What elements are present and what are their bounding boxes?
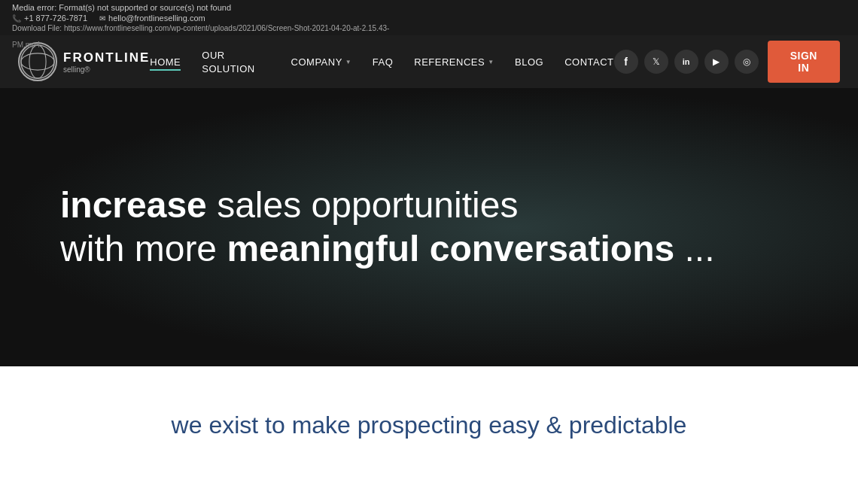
hero-line2: with more meaningful conversations ...	[60, 227, 798, 271]
below-hero-text: we exist to make prospecting easy & pred…	[172, 411, 687, 439]
nav-link-our-solution[interactable]: OUR SOLUTION	[202, 50, 254, 74]
hero-line2-end: ...	[674, 229, 714, 269]
media-error-text: Media error: Format(s) not supported or …	[12, 3, 846, 12]
company-dropdown-icon: ▼	[345, 59, 351, 65]
hero-bold-word: increase	[60, 185, 207, 225]
file-tag: PM.mp4	[12, 41, 40, 49]
nav-link-contact[interactable]: CONTACT	[564, 56, 613, 68]
nav-item-our-solution[interactable]: OUR SOLUTION	[202, 48, 269, 75]
logo-subtext: selling®	[63, 65, 150, 74]
nav-links: HOME OUR SOLUTION COMPANY ▼ FAQ REFERENC…	[150, 48, 613, 75]
social-icons: f 𝕏 in ▶ ◎	[614, 50, 759, 74]
hero-line1-rest: sales opportunities	[207, 185, 519, 225]
nav-link-home[interactable]: HOME	[150, 56, 181, 71]
navbar: FRONTLINE selling® HOME OUR SOLUTION COM…	[0, 35, 858, 88]
top-bar: Media error: Format(s) not supported or …	[0, 0, 858, 35]
sign-in-button[interactable]: SIGN IN	[768, 41, 840, 83]
instagram-icon[interactable]: ◎	[735, 50, 759, 74]
svg-point-2	[21, 53, 54, 70]
hero-section: increase sales opportunities with more m…	[0, 88, 858, 366]
nav-link-references[interactable]: REFERENCES	[414, 56, 485, 68]
svg-point-0	[21, 45, 54, 78]
hero-line1: increase sales opportunities	[60, 184, 798, 227]
nav-item-company[interactable]: COMPANY ▼	[291, 56, 351, 68]
twitter-icon[interactable]: 𝕏	[644, 50, 668, 74]
nav-item-references[interactable]: REFERENCES ▼	[414, 56, 494, 68]
hero-content: increase sales opportunities with more m…	[60, 184, 798, 270]
navbar-right: f 𝕏 in ▶ ◎ SIGN IN	[614, 41, 840, 83]
nav-link-blog[interactable]: BLOG	[515, 56, 543, 68]
logo-text: FRONTLINE	[63, 50, 150, 65]
linkedin-icon[interactable]: in	[674, 50, 698, 74]
nav-item-faq[interactable]: FAQ	[373, 55, 394, 68]
nav-item-contact[interactable]: CONTACT	[564, 55, 613, 68]
hero-bold-phrase: meaningful conversations	[227, 229, 674, 269]
hero-line2-start: with more	[60, 229, 227, 269]
email-address[interactable]: hello@frontlineselling.com	[99, 14, 205, 23]
references-dropdown-icon: ▼	[488, 59, 494, 65]
nav-link-company[interactable]: COMPANY	[291, 56, 342, 68]
phone-number[interactable]: +1 877-726-7871	[12, 14, 87, 23]
nav-link-faq[interactable]: FAQ	[373, 56, 394, 68]
nav-item-home[interactable]: HOME	[150, 55, 181, 68]
facebook-icon[interactable]: f	[614, 50, 638, 74]
nav-item-blog[interactable]: BLOG	[515, 55, 543, 68]
download-link-text: Download File: https://www.frontlinesell…	[12, 24, 846, 32]
below-hero-section: we exist to make prospecting easy & pred…	[0, 366, 858, 484]
youtube-icon[interactable]: ▶	[704, 50, 729, 74]
svg-point-1	[29, 45, 46, 78]
